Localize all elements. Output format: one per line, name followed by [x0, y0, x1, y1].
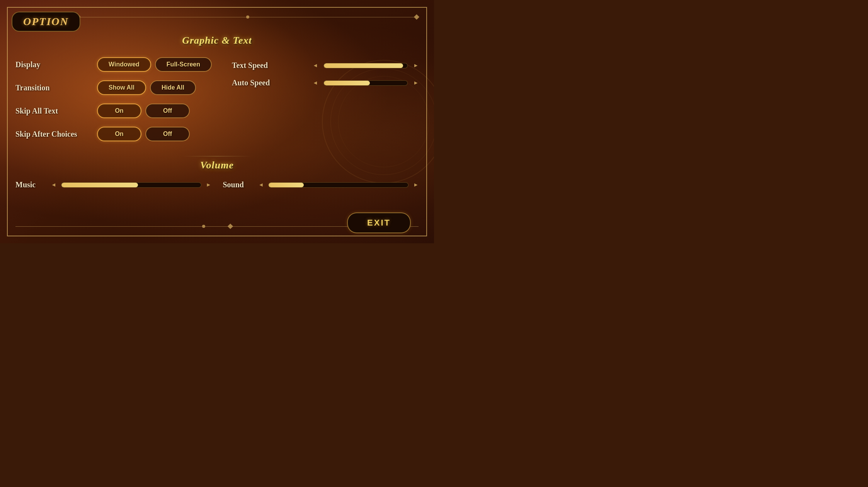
skip-after-choices-toggle-group: On Off	[97, 127, 190, 141]
skip-all-text-row: Skip All Text On Off	[15, 104, 216, 118]
music-volume-item: Music ◄ ►	[15, 180, 211, 189]
auto-speed-fill	[324, 81, 370, 85]
transition-show-btn[interactable]: Show All	[97, 80, 146, 95]
sound-fill	[269, 183, 303, 187]
transition-label: Transition	[15, 83, 91, 92]
text-speed-label: Text Speed	[232, 61, 307, 70]
option-title-text: OPTION	[23, 15, 69, 27]
display-row: Display Windowed Full-Screen	[15, 57, 216, 72]
music-left-arrow: ◄	[51, 182, 56, 188]
deco-line-bottom-mid	[205, 226, 228, 227]
display-windowed-btn[interactable]: Windowed	[97, 57, 151, 72]
sound-volume-item: Sound ◄ ►	[223, 180, 419, 189]
deco-line-bottom-left	[15, 226, 202, 227]
text-speed-slider[interactable]	[323, 63, 408, 68]
content-area: Graphic & Text Display Windowed Full-Scr…	[15, 35, 419, 228]
deco-dot-bottom-1	[202, 225, 205, 228]
music-label: Music	[15, 180, 46, 189]
text-speed-row: Text Speed ◄ ►	[232, 61, 419, 70]
display-fullscreen-btn[interactable]: Full-Screen	[155, 57, 212, 72]
skip-after-choices-on-btn[interactable]: On	[97, 127, 141, 141]
transition-hide-btn[interactable]: Hide All	[150, 80, 196, 95]
music-fill	[61, 183, 138, 187]
sound-left-arrow: ◄	[259, 182, 264, 188]
sound-right-arrow: ►	[413, 182, 419, 188]
skip-all-text-label: Skip All Text	[15, 107, 91, 115]
screen: OPTION Graphic & Text Display Windowed F…	[0, 0, 434, 243]
auto-speed-label: Auto Speed	[232, 78, 307, 87]
music-slider[interactable]	[61, 182, 201, 188]
graphic-text-title: Graphic & Text	[15, 35, 419, 46]
deco-line-segment-2	[249, 17, 415, 17]
volume-separator	[182, 156, 252, 156]
volume-row: Music ◄ ► Sound ◄ ►	[15, 180, 419, 189]
deco-line-top	[77, 17, 419, 17]
auto-speed-slider[interactable]	[323, 80, 408, 86]
auto-speed-left-arrow: ◄	[313, 80, 318, 86]
volume-title: Volume	[15, 160, 419, 171]
skip-all-text-on-btn[interactable]: On	[97, 104, 141, 118]
skip-all-text-off-btn[interactable]: Off	[145, 104, 190, 118]
skip-after-choices-row: Skip After Choices On Off	[15, 127, 216, 141]
auto-speed-right-arrow: ►	[413, 80, 419, 86]
music-right-arrow: ►	[206, 182, 211, 188]
display-toggle-group: Windowed Full-Screen	[97, 57, 212, 72]
right-settings: Text Speed ◄ ► Auto Speed ◄ ►	[232, 57, 419, 150]
text-speed-right-arrow: ►	[413, 63, 419, 69]
auto-speed-row: Auto Speed ◄ ►	[232, 78, 419, 87]
skip-after-choices-label: Skip After Choices	[15, 130, 91, 139]
skip-all-text-toggle-group: On Off	[97, 104, 190, 118]
text-speed-fill	[324, 63, 403, 68]
left-settings: Display Windowed Full-Screen Transition …	[15, 57, 216, 150]
transition-row: Transition Show All Hide All	[15, 80, 216, 95]
text-speed-left-arrow: ◄	[313, 63, 318, 69]
sound-label: Sound	[223, 180, 254, 189]
sound-slider[interactable]	[268, 182, 408, 188]
skip-after-choices-off-btn[interactable]: Off	[145, 127, 190, 141]
display-label: Display	[15, 60, 91, 69]
exit-button[interactable]: EXIT	[347, 212, 411, 233]
option-title-box: OPTION	[12, 12, 80, 32]
transition-toggle-group: Show All Hide All	[97, 80, 196, 95]
deco-line-segment-1	[80, 17, 246, 17]
settings-section: Display Windowed Full-Screen Transition …	[15, 57, 419, 150]
deco-dot-2	[246, 15, 249, 19]
